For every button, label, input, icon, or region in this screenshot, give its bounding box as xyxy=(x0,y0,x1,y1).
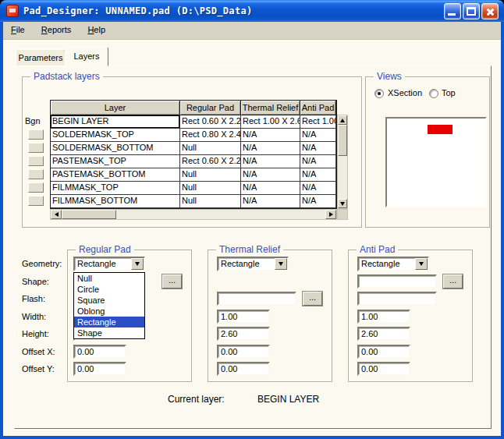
dropdown-item-shape[interactable]: Shape xyxy=(74,327,144,338)
anti-offset-y-field[interactable] xyxy=(357,362,410,376)
regular-offset-x-field[interactable] xyxy=(73,345,126,359)
anti-flash-field[interactable] xyxy=(357,292,437,306)
table-cell[interactable]: Rect 0.60 X 2.2 xyxy=(180,115,241,129)
regular-offset-y-field[interactable] xyxy=(73,362,126,376)
dropdown-item-oblong[interactable]: Oblong xyxy=(74,306,144,317)
table-cell[interactable]: Rect 1.00 X 2.6 xyxy=(300,115,336,129)
anti-pad-group-title: Anti Pad xyxy=(357,244,398,256)
column-header-layer: Layer xyxy=(51,101,180,115)
arrow-right-icon xyxy=(329,212,333,217)
thermal-offset-y-field[interactable] xyxy=(217,362,270,376)
scroll-down-button[interactable] xyxy=(338,199,347,208)
table-cell[interactable]: N/A xyxy=(300,142,336,155)
table-cell[interactable]: N/A xyxy=(241,195,300,208)
maximize-button[interactable] xyxy=(463,3,480,19)
menu-item-file[interactable]: File xyxy=(5,22,31,37)
regular-geometry-combo[interactable]: Rectangle xyxy=(73,257,145,271)
v-scroll-thumb[interactable] xyxy=(338,125,347,156)
row-tag-box[interactable] xyxy=(28,129,44,140)
close-button[interactable] xyxy=(481,3,499,19)
layer-cell[interactable]: SOLDERMASK_TOP xyxy=(51,129,180,142)
radio-top[interactable] xyxy=(429,89,438,98)
radio-xsection[interactable] xyxy=(374,89,384,98)
table-cell[interactable]: N/A xyxy=(241,155,300,168)
field-label-shape: Shape: xyxy=(22,277,49,286)
dropdown-item-circle[interactable]: Circle xyxy=(74,284,144,295)
column-header-thermal-relief: Thermal Relief xyxy=(241,101,300,115)
table-cell[interactable]: N/A xyxy=(300,129,336,142)
table-cell[interactable]: N/A xyxy=(241,129,300,142)
layer-cell[interactable]: FILMMASK_BOTTOM xyxy=(51,195,180,208)
field-label-offset-y: Offset Y: xyxy=(22,364,55,374)
thermal-browse-button[interactable]: ... xyxy=(303,292,322,306)
regular-pad-group-title: Regular Pad xyxy=(76,244,134,256)
anti-height-field[interactable] xyxy=(357,327,410,341)
dropdown-arrow-button[interactable] xyxy=(131,258,144,270)
field-label-flash: Flash: xyxy=(22,294,45,303)
table-cell[interactable]: Rect 0.60 X 2.2 xyxy=(180,155,241,168)
h-scroll-thumb[interactable] xyxy=(62,210,116,219)
chevron-down-icon xyxy=(419,262,424,266)
table-cell[interactable]: Null xyxy=(180,195,241,208)
radio-top-label: Top xyxy=(442,88,456,97)
table-cell[interactable]: Rect 0.80 X 2.4 xyxy=(180,129,241,142)
window-title: Pad_Designer: UNNAMED.pad (D:\PSD_Data) xyxy=(23,5,252,16)
table-cell[interactable]: N/A xyxy=(241,142,300,155)
thermal-height-field[interactable] xyxy=(217,327,270,341)
dropdown-item-null[interactable]: Null xyxy=(74,273,144,284)
table-cell[interactable]: N/A xyxy=(300,195,336,208)
dropdown-item-square[interactable]: Square xyxy=(74,295,144,306)
scroll-up-button[interactable] xyxy=(338,115,347,125)
chevron-down-icon xyxy=(135,262,140,266)
table-cell[interactable]: N/A xyxy=(300,182,336,195)
layer-cell[interactable]: FILMMASK_TOP xyxy=(51,182,180,195)
padstack-layers-group-title: Padstack layers xyxy=(30,71,103,83)
table-cell[interactable]: Null xyxy=(180,182,241,195)
layer-cell[interactable]: BEGIN LAYER xyxy=(51,115,180,129)
table-cell[interactable]: Null xyxy=(180,168,241,182)
anti-shape-field[interactable] xyxy=(357,274,437,289)
anti-geometry-combo[interactable]: Rectangle xyxy=(357,257,429,271)
table-cell[interactable]: Null xyxy=(180,142,241,155)
anti-width-field[interactable] xyxy=(357,310,410,324)
minimize-button[interactable] xyxy=(444,3,461,19)
menu-item-help[interactable]: Help xyxy=(81,22,112,37)
table-cell[interactable]: Rect 1.00 X 2.6 xyxy=(241,115,300,129)
table-cell[interactable]: N/A xyxy=(241,182,300,195)
thermal-width-field[interactable] xyxy=(217,310,270,324)
layer-cell[interactable]: SOLDERMASK_BOTTOM xyxy=(51,142,180,155)
geometry-dropdown-list: Null Circle Square Oblong Rectangle Shap… xyxy=(73,272,145,339)
thermal-geometry-combo[interactable]: Rectangle xyxy=(217,257,289,271)
regular-browse-button[interactable]: ... xyxy=(162,274,182,289)
table-cell[interactable]: N/A xyxy=(300,168,336,182)
scroll-left-button[interactable] xyxy=(51,210,62,219)
dropdown-arrow-button[interactable] xyxy=(415,258,428,270)
arrow-up-icon xyxy=(340,119,345,122)
padstack-table: Layer Regular Pad Thermal Relief Anti Pa… xyxy=(50,100,337,209)
menu-item-reports[interactable]: Reports xyxy=(35,22,78,37)
row-tag-box[interactable] xyxy=(28,196,44,206)
anti-offset-x-field[interactable] xyxy=(357,345,410,359)
v-scrollbar[interactable] xyxy=(337,115,348,209)
layer-cell[interactable]: PASTEMASK_TOP xyxy=(51,155,180,168)
layer-cell[interactable]: PASTEMASK_BOTTOM xyxy=(51,168,180,182)
thermal-offset-x-field[interactable] xyxy=(217,345,270,359)
thermal-flash-field[interactable] xyxy=(217,292,296,306)
row-tag-box[interactable] xyxy=(28,169,44,179)
scroll-right-button[interactable] xyxy=(325,210,336,219)
row-tag-bgn: Bgn xyxy=(25,116,41,126)
thermal-geometry-value: Rectangle xyxy=(221,259,260,269)
dropdown-arrow-button[interactable] xyxy=(275,258,287,270)
anti-browse-button[interactable]: ... xyxy=(443,274,463,289)
tab-parameters[interactable]: Parameters xyxy=(16,49,66,65)
table-cell[interactable]: N/A xyxy=(300,155,336,168)
table-cell[interactable]: N/A xyxy=(241,168,300,182)
row-tag-box[interactable] xyxy=(28,143,44,153)
radio-selected-dot xyxy=(378,92,381,95)
row-tag-box[interactable] xyxy=(28,156,44,166)
chevron-down-icon xyxy=(279,262,283,266)
h-scrollbar[interactable] xyxy=(50,209,337,220)
row-tag-box[interactable] xyxy=(28,182,44,193)
tab-layers[interactable]: Layers xyxy=(65,47,108,66)
dropdown-item-rectangle[interactable]: Rectangle xyxy=(74,317,144,327)
